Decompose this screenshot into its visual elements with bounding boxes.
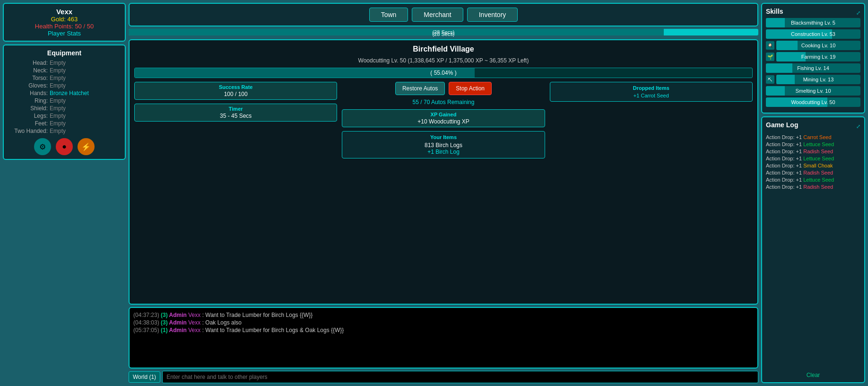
player-stats-link[interactable]: Player Stats [8,30,121,37]
birch-logs-new: +1 Birch Log [345,149,541,155]
xp-info: Woodcutting Lv. 50 (1,338,645 XP / 1,375… [134,57,753,64]
success-rate-title: Success Rate [139,84,333,90]
timer-text: (28 Secs) [129,31,758,37]
skill-row-farming[interactable]: 🌱 Farming Lv. 19 [766,52,860,61]
xp-progress-inner [135,68,475,78]
gamelog-entries: Action Drop: +1 Carrot Seed Action Drop:… [766,134,860,370]
log-entry-6: Action Drop: +1 Radish Seed [766,170,860,175]
skill-row-blacksmithing[interactable]: Blacksmithing Lv. 5 [766,18,860,27]
equip-slot-head: Head: Empty [8,60,121,66]
action-left: Success Rate 100 / 100 Timer 35 - 45 Sec… [134,82,337,122]
gamelog-clear-button[interactable]: Clear [766,372,860,378]
skill-row-cooking[interactable]: 🍳 Cooking Lv. 10 [766,41,860,50]
your-items-box: Your Items 813 Birch Logs +1 Birch Log [342,131,545,158]
equipment-box: Equipment Head: Empty Neck: Empty Torso:… [3,44,126,160]
log-entry-5: Action Drop: +1 Small Choak [766,163,860,168]
your-items-title: Your Items [345,134,541,140]
equip-slot-ring: Ring: Empty [8,97,121,104]
chat-world-button[interactable]: World (1) [129,371,160,383]
equip-slot-gloves: Gloves: Empty [8,82,121,89]
xp-gained-value: +10 Woodcutting XP [346,118,540,125]
success-rate-card: Success Rate 100 / 100 [134,82,337,100]
chat-input-row: World (1) [129,371,758,383]
right-panel: Skills ⤢ Blacksmithing Lv. 5 Constructio… [761,3,865,383]
restore-autos-button[interactable]: Restore Autos [395,82,445,95]
action-center: Restore Autos Stop Action 55 / 70 Autos … [342,82,545,158]
skill-row-mining[interactable]: ⛏ Mining Lv. 13 [766,75,860,84]
action-btn-orange[interactable]: ⚡ [78,138,95,155]
equip-slot-twohanded: Two Handed: Empty [8,128,121,134]
inventory-button[interactable]: Inventory [467,8,518,22]
log-entry-3: Action Drop: +1 Radish Seed [766,149,860,154]
stop-action-button[interactable]: Stop Action [449,82,492,95]
timer-card-value: 35 - 45 Secs [139,113,333,119]
action-btn-teal[interactable]: ⚙ [34,138,51,155]
autos-remaining: 55 / 70 Autos Remaining [413,99,475,105]
action-right: Dropped Items +1 Carrot Seed [550,82,753,102]
xp-gained-title: XP Gained [346,112,540,117]
log-entry-2: Action Drop: +1 Lettuce Seed [766,141,860,147]
dropped-items-title: Dropped Items [553,85,749,91]
dropped-items-box: Dropped Items +1 Carrot Seed [550,82,753,102]
skill-row-construction[interactable]: Construction Lv. 53 [766,29,860,39]
equipment-title: Equipment [8,49,121,57]
skill-row-fishing[interactable]: Fishing Lv. 14 [766,63,860,73]
player-health: Health Points: 50 / 50 [8,23,121,30]
skills-box: Skills ⤢ Blacksmithing Lv. 5 Constructio… [761,3,865,114]
timer-card-title: Timer [139,106,333,112]
center-panel: Town Merchant Inventory (28 Secs) (28 Se… [129,3,758,383]
equip-slot-legs: Legs: Empty [8,113,121,119]
player-gold: Gold: 463 [8,16,121,23]
xp-progress-bar: ( 55.04% ) [134,68,753,78]
xp-gained-card: XP Gained +10 Woodcutting XP [342,109,545,127]
chat-area: (04:37:23) (3) Admin Vexx : Want to Trad… [129,307,758,368]
action-buttons: ⚙ ● ⚡ [8,138,121,155]
village-title: Birchfield Village [134,45,753,53]
town-button[interactable]: Town [369,8,408,22]
xp-progress-label: ( 55.04% ) [430,70,456,76]
chat-line-1: (04:37:23) (3) Admin Vexx : Want to Trad… [133,312,754,318]
success-rate-value: 100 / 100 [139,91,333,97]
mining-icon: ⛏ [766,75,774,84]
action-row: Success Rate 100 / 100 Timer 35 - 45 Sec… [134,82,753,158]
main-area: Birchfield Village Woodcutting Lv. 50 (1… [129,39,758,305]
skill-row-smelting[interactable]: Smelting Lv. 10 [766,86,860,96]
merchant-button[interactable]: Merchant [412,8,463,22]
equip-slot-shield: Shield: Empty [8,105,121,112]
equip-slot-neck: Neck: Empty [8,67,121,74]
log-entry-8: Action Drop: +1 Radish Seed [766,184,860,190]
log-entry-7: Action Drop: +1 Lettuce Seed [766,177,860,183]
gamelog-box: Game Log ⤢ Action Drop: +1 Carrot Seed A… [761,116,865,383]
action-btn-red[interactable]: ● [56,138,73,155]
player-name: Vexx [8,8,121,16]
chat-line-2: (04:38:03) (3) Admin Vexx : Oak Logs als… [133,319,754,326]
skill-row-woodcutting[interactable]: Woodcutting Lv. 50 [766,97,860,107]
gamelog-expand-button[interactable]: ⤢ [856,123,860,130]
skills-expand-button[interactable]: ⤢ [856,10,860,16]
equip-slot-hands: Hands: Bronze Hatchet [8,90,121,96]
equip-slot-feet: Feet: Empty [8,120,121,127]
cooking-icon: 🍳 [766,41,774,50]
birch-logs-count: 813 Birch Logs [345,142,541,149]
gamelog-title: Game Log [766,121,798,129]
skills-title: Skills [766,8,783,15]
dropped-item: +1 Carrot Seed [553,93,749,98]
player-info-box: Vexx Gold: 463 Health Points: 50 / 50 Pl… [3,3,126,42]
top-nav: Town Merchant Inventory [129,3,758,26]
timer-card: Timer 35 - 45 Secs [134,104,337,122]
equip-slot-torso: Torso: Empty [8,75,121,81]
farming-icon: 🌱 [766,53,774,61]
chat-input[interactable] [162,371,758,383]
log-entry-4: Action Drop: +1 Lettuce Seed [766,156,860,161]
action-control-buttons: Restore Autos Stop Action [395,82,492,95]
left-panel: Vexx Gold: 463 Health Points: 50 / 50 Pl… [3,3,126,383]
chat-line-3: (05:37:05) (1) Admin Vexx : Want to Trad… [133,327,754,333]
log-entry-1: Action Drop: +1 Carrot Seed [766,134,860,140]
